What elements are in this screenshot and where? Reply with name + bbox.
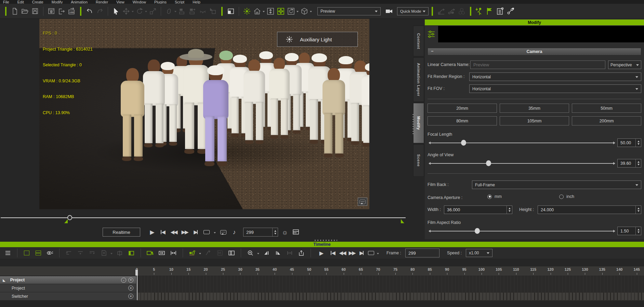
quick-mode-dropdown[interactable]: Quick Mode <box>397 7 429 15</box>
home-options-caret[interactable] <box>263 11 265 13</box>
open-project-icon[interactable] <box>20 6 30 16</box>
fit-render-region-dropdown[interactable]: Horizontal <box>469 72 641 81</box>
export-range-icon[interactable] <box>296 249 306 257</box>
move-options-caret[interactable] <box>132 11 134 13</box>
export-icon[interactable] <box>56 6 67 16</box>
track-row-project[interactable]: Project ✕ <box>0 284 136 292</box>
timeline-prev-frame-button[interactable]: ◀◀ <box>338 249 346 257</box>
orbit-tool-icon[interactable] <box>286 6 296 16</box>
menu-animation[interactable]: Animation <box>71 0 88 4</box>
preset-20mm-button[interactable]: 20mm <box>428 104 497 113</box>
fit-range-icon[interactable] <box>157 249 167 257</box>
aperture-width-spinbox[interactable]: 36.000 <box>444 205 512 214</box>
collapse-icon[interactable]: − <box>431 49 433 54</box>
curve-editor-icon[interactable] <box>203 249 213 257</box>
track-close-icon[interactable]: ✕ <box>128 285 133 291</box>
aspect-spinner[interactable] <box>635 227 641 235</box>
menu-edit[interactable]: Edit <box>17 0 24 4</box>
link-nodes-icon[interactable] <box>505 6 515 16</box>
link-tool-icon[interactable] <box>164 6 174 16</box>
realtime-button[interactable]: Realtime <box>103 228 140 237</box>
trim-clip-icon[interactable] <box>126 249 136 257</box>
camera-icon[interactable] <box>384 6 394 16</box>
scrubber-knob[interactable] <box>67 215 72 220</box>
timeline-go-end-button[interactable]: ▶ <box>357 249 366 257</box>
new-project-icon[interactable] <box>10 6 20 16</box>
film-back-dropdown[interactable]: Full-Frame <box>472 181 641 189</box>
link-options-caret[interactable] <box>174 11 176 13</box>
key-align-right-icon[interactable] <box>273 249 283 257</box>
timeline-frame-field[interactable] <box>405 249 439 257</box>
go-to-end-button[interactable]: ▶ <box>192 228 200 237</box>
radio-mm[interactable] <box>487 195 492 199</box>
panel-icon-box[interactable] <box>425 26 437 42</box>
height-spinner[interactable] <box>635 206 641 214</box>
speed-dropdown[interactable]: x1.00 <box>466 249 492 257</box>
usd-export-icon[interactable]: USD <box>67 6 77 16</box>
layer-track-icon[interactable] <box>33 249 43 257</box>
light-icon[interactable] <box>242 6 252 16</box>
fit-fov-dropdown[interactable]: Horizontal <box>469 84 641 93</box>
loop-button[interactable] <box>202 228 211 237</box>
film-aspect-ratio-spinbox[interactable]: 1.50 <box>617 227 641 235</box>
color-sample-caret[interactable] <box>199 253 201 255</box>
marker-track-icon[interactable] <box>22 249 32 257</box>
preset-80mm-button[interactable]: 80mm <box>428 116 497 125</box>
scale-tool-icon[interactable] <box>148 6 158 16</box>
angle-of-view-spinbox[interactable]: 39.60 <box>617 159 641 168</box>
angle-of-view-slider-thumb[interactable] <box>486 160 491 166</box>
layout-icon[interactable] <box>226 6 236 16</box>
rotate-tool-icon[interactable] <box>134 6 145 16</box>
frame-spinner[interactable] <box>272 228 278 236</box>
linear-camera-name-field[interactable] <box>470 61 605 69</box>
hide-object-icon[interactable] <box>198 6 208 16</box>
menu-script[interactable]: Script <box>175 0 184 4</box>
angle-of-view-spinner[interactable] <box>635 159 641 167</box>
render-settings-button[interactable]: ☼ <box>281 228 289 237</box>
prop-cubes-icon[interactable] <box>457 6 467 16</box>
switcher-track-clips[interactable] <box>137 293 644 300</box>
3d-viewport[interactable]: FPS : 0 Project Triangle : 6314021 Selec… <box>39 19 369 209</box>
track-group-project[interactable]: ◢ Project ⌄ ✕ <box>0 276 136 284</box>
current-frame-input[interactable] <box>246 230 270 235</box>
split-clip-icon[interactable] <box>115 249 125 257</box>
linear-camera-name-input[interactable] <box>473 62 602 67</box>
panel-toggle-button[interactable] <box>292 228 300 237</box>
timeline-frame-input[interactable] <box>408 251 436 256</box>
home-view-icon[interactable] <box>252 6 262 16</box>
camera-section-header[interactable]: − Camera <box>428 48 641 55</box>
dope-sheet-icon[interactable] <box>226 249 237 257</box>
scrubber-track[interactable] <box>1 217 406 218</box>
preset-50mm-button[interactable]: 50mm <box>572 104 641 113</box>
comment-toggle-button[interactable] <box>219 228 227 237</box>
camera-switch-icon[interactable] <box>145 249 155 257</box>
focal-length-spinbox[interactable]: 50.00 <box>617 138 641 147</box>
focal-length-slider[interactable] <box>430 143 614 143</box>
key-align-left-icon[interactable] <box>261 249 272 257</box>
timeline-drag-handle[interactable] <box>315 240 337 241</box>
menu-help[interactable]: Help <box>193 0 200 4</box>
add-clip-caret[interactable] <box>110 253 113 255</box>
move-clip-left-icon[interactable] <box>64 249 74 257</box>
add-clip-icon[interactable] <box>98 249 109 257</box>
audio-button[interactable]: ♪ <box>230 228 238 237</box>
menu-window[interactable]: Window <box>133 0 146 4</box>
play-button[interactable]: ▶ <box>148 228 156 237</box>
current-frame-spinbox[interactable] <box>243 228 278 237</box>
projection-dropdown[interactable]: Perspective <box>608 61 641 69</box>
pan-vertical-icon[interactable] <box>265 6 276 16</box>
film-aspect-ratio-slider-thumb[interactable] <box>475 228 480 234</box>
menu-modify[interactable]: Modify <box>52 0 63 4</box>
path-preview-icon[interactable] <box>446 6 457 16</box>
object-name-field[interactable] <box>438 26 644 42</box>
path-tool-icon[interactable] <box>436 6 446 16</box>
aperture-height-spinbox[interactable]: 24.000 <box>538 205 641 214</box>
color-sample-icon[interactable] <box>187 249 197 257</box>
timeline-loop-button[interactable] <box>367 249 375 257</box>
previous-frame-button[interactable]: ◀◀ <box>170 228 178 237</box>
unit-mm-option[interactable]: mm <box>487 194 502 199</box>
preset-105mm-button[interactable]: 105mm <box>500 116 569 125</box>
range-extent-icon[interactable] <box>168 249 179 257</box>
zoom-options-caret[interactable] <box>257 253 259 255</box>
move-clip-right-icon[interactable] <box>87 249 97 257</box>
